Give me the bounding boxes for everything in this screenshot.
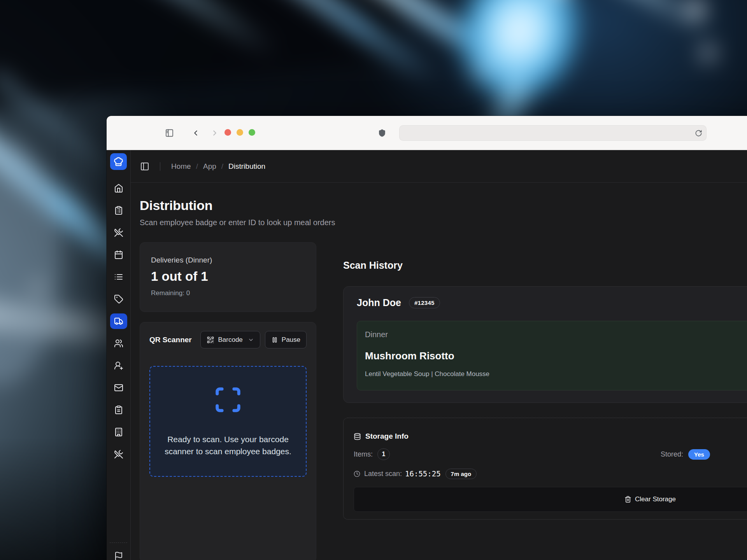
utensils-crossed-icon — [114, 450, 123, 459]
nav-tags[interactable] — [110, 291, 127, 307]
chevron-down-icon — [248, 337, 254, 343]
app-root: Home / App / Distribution Distribution S… — [107, 150, 747, 560]
scan-mode-label: Barcode — [218, 336, 242, 344]
stored-label: Stored: — [661, 450, 683, 458]
calendar-icon — [114, 250, 123, 259]
storage-info-title: Storage Info — [365, 432, 409, 441]
address-input[interactable] — [400, 126, 695, 140]
nav-flags[interactable] — [107, 551, 130, 560]
browser-toolbar — [107, 116, 747, 150]
forward-button[interactable] — [210, 129, 219, 137]
nav-add-user[interactable] — [110, 358, 127, 373]
app-sidebar-toggle-icon[interactable] — [140, 162, 149, 171]
breadcrumb-separator: / — [221, 162, 223, 171]
list-icon — [114, 272, 123, 282]
meal-period: Dinner — [365, 330, 747, 339]
scan-history-title: Scan History — [343, 260, 747, 271]
app-logo[interactable] — [110, 153, 127, 170]
clear-storage-button[interactable]: Clear Storage — [354, 487, 747, 512]
latest-scan-time: 16:55:25 — [405, 469, 441, 478]
utensils-crossed-icon — [114, 228, 123, 237]
storage-items-row: Items: 1 Stored: Yes — [354, 448, 747, 460]
employee-badge: #12345 — [409, 297, 440, 308]
stored-status: Stored: Yes — [661, 448, 710, 460]
sidebar-divider — [110, 542, 127, 543]
items-label: Items: — [354, 450, 373, 458]
nav-meals[interactable] — [110, 225, 127, 240]
latest-scan-label: Latest scan: — [364, 470, 402, 478]
left-column: Deliveries (Dinner) 1 out of 1 Remaining… — [140, 242, 316, 560]
minimize-window-button[interactable] — [237, 129, 243, 136]
trash-icon — [624, 496, 631, 503]
home-icon — [114, 184, 123, 193]
scan-ready-message: Ready to scan. Use your barcode scanner … — [158, 434, 298, 457]
database-icon — [354, 433, 361, 440]
nav-messages[interactable] — [110, 380, 127, 396]
deliveries-label: Deliveries (Dinner) — [151, 256, 305, 264]
page-subtitle: Scan employee badge or enter ID to look … — [140, 218, 747, 227]
breadcrumb-app[interactable]: App — [203, 162, 216, 171]
close-window-button[interactable] — [224, 129, 231, 136]
truck-icon — [114, 317, 123, 326]
breadcrumb-home[interactable]: Home — [171, 162, 191, 171]
storage-info-panel: Storage Info Items: 1 Stored: Yes — [343, 418, 747, 520]
page-title: Distribution — [140, 198, 747, 213]
building-icon — [114, 427, 123, 437]
chef-hat-icon — [113, 156, 124, 167]
header-divider — [160, 162, 160, 171]
scan-dropzone[interactable]: Ready to scan. Use your barcode scanner … — [149, 366, 307, 477]
meal-sides: Lentil Vegetable Soup | Chocolate Mousse — [365, 370, 747, 378]
zoom-window-button[interactable] — [249, 129, 255, 136]
reload-icon[interactable] — [695, 130, 702, 137]
user-plus-icon — [114, 361, 123, 370]
nav-home[interactable] — [110, 180, 127, 196]
pause-button[interactable]: Pause — [265, 331, 307, 348]
main-panel: Distribution Scan employee badge or ente… — [131, 183, 747, 560]
nav-reports[interactable] — [110, 402, 127, 418]
clipboard-list-icon — [114, 206, 123, 215]
pause-icon — [271, 336, 278, 343]
meal-card: Dinner Mushroom Risotto Lentil Vegetable… — [357, 321, 747, 390]
flag-icon — [114, 551, 123, 560]
nav-calendar[interactable] — [110, 247, 127, 262]
deliveries-count: 1 out of 1 — [151, 269, 305, 284]
browser-window: Home / App / Distribution Distribution S… — [107, 116, 747, 560]
nav-list[interactable] — [110, 269, 127, 285]
back-button[interactable] — [191, 129, 200, 137]
sidebar-nav — [110, 180, 127, 462]
clear-storage-label: Clear Storage — [635, 495, 676, 503]
breadcrumb: Home / App / Distribution — [171, 162, 265, 171]
content-area: Home / App / Distribution Distribution S… — [131, 150, 747, 560]
users-icon — [114, 339, 123, 348]
clipboard-icon — [114, 405, 123, 415]
address-bar[interactable] — [399, 125, 707, 141]
scan-frame-icon — [214, 385, 242, 414]
qr-scanner-title: QR Scanner — [149, 336, 192, 344]
nav-distribution[interactable] — [110, 313, 127, 329]
nav-locations[interactable] — [110, 424, 127, 440]
tag-icon — [114, 294, 123, 304]
sidebar-rail — [107, 150, 131, 560]
qr-scanner-card: QR Scanner Barcode Paus — [140, 322, 316, 560]
mail-icon — [114, 383, 123, 392]
clock-icon — [354, 471, 360, 477]
latest-scan-row: Latest scan: 16:55:25 7m ago — [354, 468, 747, 480]
nav-kitchen[interactable] — [110, 446, 127, 462]
deliveries-remaining: Remaining: 0 — [151, 289, 305, 297]
scan-history-entry: John Doe #12345 Dinner Mushroom Risotto … — [343, 286, 747, 403]
app-header: Home / App / Distribution — [131, 150, 747, 183]
nav-employees[interactable] — [110, 336, 127, 351]
nav-orders[interactable] — [110, 203, 127, 218]
deliveries-card: Deliveries (Dinner) 1 out of 1 Remaining… — [140, 242, 316, 312]
stored-value-badge: Yes — [688, 449, 710, 460]
browser-sidebar-toggle-icon[interactable] — [165, 128, 174, 137]
privacy-shield-icon[interactable] — [378, 128, 386, 138]
pause-label: Pause — [282, 336, 300, 344]
breadcrumb-separator: / — [196, 162, 198, 171]
right-column: Scan History John Doe #12345 Dinner Mush… — [343, 242, 747, 560]
meal-dish: Mushroom Risotto — [365, 350, 747, 362]
items-count-badge: 1 — [377, 448, 390, 460]
scan-mode-dropdown[interactable]: Barcode — [200, 331, 260, 348]
breadcrumb-current: Distribution — [228, 162, 265, 171]
qr-code-icon — [207, 336, 214, 344]
